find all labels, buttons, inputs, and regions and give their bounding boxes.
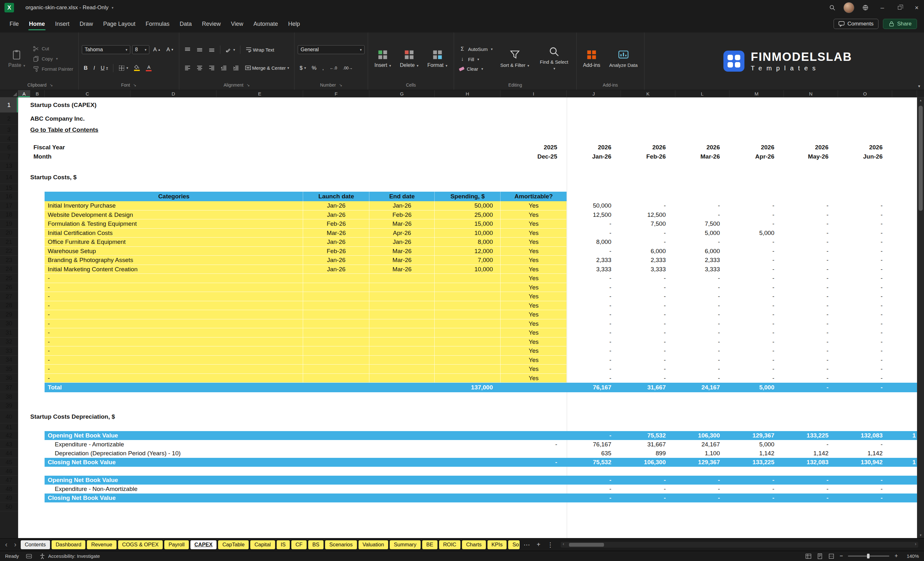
dep-month-cell[interactable]: 106,300 — [621, 458, 675, 467]
capex-end-cell[interactable]: Jan-26 — [369, 201, 435, 210]
capex-month-cell[interactable]: - — [621, 338, 675, 347]
header-amortizable[interactable]: Amortizable? — [501, 192, 567, 201]
capex-spending-cell[interactable]: 8,000 — [435, 237, 501, 247]
capex-month-cell[interactable]: - — [621, 328, 675, 338]
total-month-cell[interactable]: 31,667 — [621, 383, 675, 392]
fill-button[interactable]: ↓Fill▾ — [457, 56, 495, 63]
capex-month-cell[interactable]: - — [838, 229, 892, 238]
dep-month-cell[interactable]: - — [675, 476, 729, 484]
month-value-cell[interactable]: Apr-26 — [729, 152, 784, 161]
column-header-l[interactable]: L — [675, 90, 729, 98]
sheet-tab-revenue[interactable]: Revenue — [87, 540, 116, 549]
menu-automate[interactable]: Automate — [248, 17, 283, 31]
capex-month-cell[interactable]: - — [838, 256, 892, 265]
capex-month-cell[interactable]: - — [567, 219, 621, 229]
capex-month-cell[interactable]: 12,500 — [567, 210, 621, 220]
capex-month-cell[interactable]: - — [729, 364, 784, 374]
dep-label-cell[interactable]: Opening Net Book Value — [45, 476, 501, 484]
row-header-32[interactable]: 32 — [0, 338, 18, 347]
capex-spending-cell[interactable]: 7,000 — [435, 256, 501, 265]
capex-launch-cell[interactable] — [303, 320, 369, 328]
increase-decimal-button[interactable]: ←.0 — [328, 64, 339, 71]
decrease-decimal-button[interactable]: .00→ — [341, 64, 355, 71]
capex-amortizable-cell[interactable]: Yes — [501, 247, 567, 256]
column-header-b[interactable]: B — [30, 90, 45, 98]
month-value-cell[interactable]: May-26 — [784, 152, 838, 161]
fiscal-value-cell[interactable]: 2026 — [784, 142, 838, 152]
capex-month-cell[interactable]: 2,333 — [621, 256, 675, 265]
capex-spending-cell[interactable] — [435, 364, 501, 374]
capex-launch-cell[interactable] — [303, 274, 369, 283]
capex-amortizable-cell[interactable]: Yes — [501, 201, 567, 210]
row-header-36[interactable]: 36 — [0, 374, 18, 383]
dep-label-cell[interactable]: Expenditure - Amortizable — [45, 440, 501, 449]
capex-category-cell[interactable]: - — [45, 292, 303, 301]
fill-color-button[interactable] — [132, 64, 142, 72]
menu-draw[interactable]: Draw — [75, 17, 98, 31]
sheet-tab-bs[interactable]: BS — [308, 540, 324, 549]
capex-spending-cell[interactable]: 10,000 — [435, 229, 501, 238]
title-dropdown-icon[interactable]: ▾ — [112, 6, 114, 10]
sheet-tab-contents[interactable]: Contents — [21, 540, 50, 549]
capex-spending-cell[interactable] — [435, 320, 501, 328]
capex-month-cell[interactable]: - — [838, 364, 892, 374]
capex-spending-cell[interactable] — [435, 338, 501, 347]
capex-category-cell[interactable]: Initial Marketing Content Creation — [45, 265, 303, 274]
menu-file[interactable]: File — [4, 17, 24, 31]
capex-month-cell[interactable]: - — [729, 219, 784, 229]
capex-month-cell[interactable]: - — [621, 237, 675, 247]
sheet-tab-valuation[interactable]: Valuation — [358, 540, 388, 549]
dep-month-cell[interactable]: 1,100 — [675, 449, 729, 458]
dep-month-cell[interactable]: 31,667 — [621, 440, 675, 449]
capex-month-cell[interactable]: - — [621, 229, 675, 238]
capex-month-cell[interactable]: - — [675, 301, 729, 310]
capex-month-cell[interactable]: 3,333 — [567, 265, 621, 274]
capex-amortizable-cell[interactable]: Yes — [501, 265, 567, 274]
fiscal-value-cell[interactable]: 2026 — [621, 142, 675, 152]
capex-month-cell[interactable]: - — [567, 229, 621, 238]
dep-month-cell[interactable]: - — [675, 484, 729, 494]
capex-month-cell[interactable]: - — [621, 201, 675, 210]
capex-launch-cell[interactable] — [303, 346, 369, 356]
row-header-31[interactable]: 31 — [0, 328, 18, 338]
header-end-date[interactable]: End date — [369, 192, 435, 201]
capex-month-cell[interactable]: - — [784, 237, 838, 247]
capex-end-cell[interactable]: Feb-26 — [369, 210, 435, 220]
month-value-cell[interactable]: Jan-26 — [567, 152, 621, 161]
dep-label-cell[interactable]: Closing Net Book Value — [45, 494, 501, 502]
capex-month-cell[interactable]: - — [675, 210, 729, 220]
collapse-ribbon-icon[interactable]: ▾ — [918, 84, 920, 88]
orientation-button[interactable]: ▾ — [224, 45, 237, 54]
capex-category-cell[interactable]: - — [45, 364, 303, 374]
capex-month-cell[interactable]: - — [838, 237, 892, 247]
dep-month-cell[interactable]: - — [621, 494, 675, 502]
sheet-tab-charts[interactable]: Charts — [462, 540, 486, 549]
capex-month-cell[interactable]: - — [784, 310, 838, 320]
row-header-1[interactable]: 1 — [0, 98, 18, 113]
dep-label-cell[interactable]: Expenditure - Non-Amortizable — [45, 484, 501, 494]
capex-spending-cell[interactable] — [435, 274, 501, 283]
capex-month-cell[interactable]: - — [838, 346, 892, 356]
dep-month-cell[interactable]: - — [838, 476, 892, 484]
row-header-44[interactable]: 44 — [0, 449, 18, 458]
dep-dec-cell[interactable]: - — [501, 440, 567, 449]
row-header-48[interactable]: 48 — [0, 484, 18, 494]
dep-partial-cell[interactable]: 1 — [892, 458, 917, 467]
dep-month-cell[interactable]: 1,142 — [729, 449, 784, 458]
maximize-button[interactable] — [892, 0, 907, 15]
capex-month-cell[interactable]: - — [621, 274, 675, 283]
capex-launch-cell[interactable]: Feb-26 — [303, 247, 369, 256]
page-layout-view-icon[interactable] — [817, 553, 823, 560]
dep-month-cell[interactable]: - — [729, 476, 784, 484]
zoom-level[interactable]: 140% — [903, 554, 919, 559]
capex-end-cell[interactable] — [369, 364, 435, 374]
capex-month-cell[interactable]: - — [567, 328, 621, 338]
capex-launch-cell[interactable] — [303, 338, 369, 347]
capex-month-cell[interactable]: - — [729, 328, 784, 338]
capex-month-cell[interactable]: 7,500 — [675, 219, 729, 229]
capex-category-cell[interactable]: - — [45, 346, 303, 356]
capex-category-cell[interactable]: Formulation & Testing Equipment — [45, 219, 303, 229]
row-header-23[interactable]: 23 — [0, 256, 18, 265]
capex-month-cell[interactable]: - — [729, 301, 784, 310]
capex-amortizable-cell[interactable]: Yes — [501, 229, 567, 238]
